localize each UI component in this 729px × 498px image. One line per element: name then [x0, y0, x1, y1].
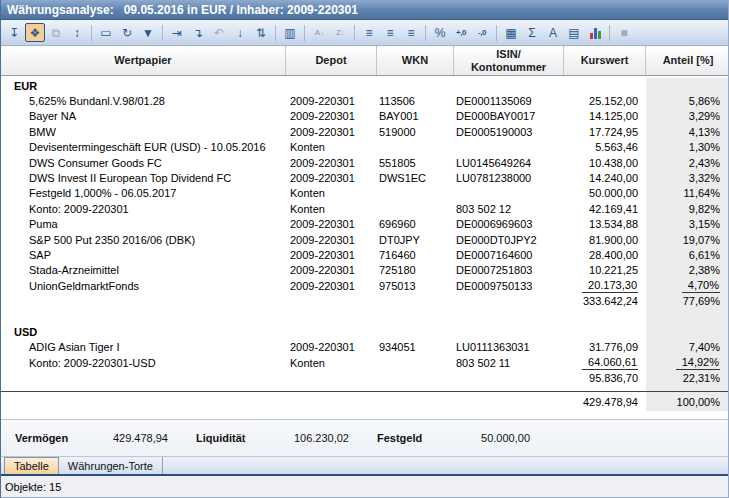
cell-depot	[286, 78, 377, 93]
tab-währungen-torte[interactable]: Währungen-Torte	[59, 457, 163, 474]
table-row[interactable]: Konto: 2009-220301-USDKonten803 502 1164…	[1, 355, 728, 370]
view-tabbar: TabelleWährungen-Torte	[1, 456, 728, 476]
table-body: EUR5,625% Bundanl.V.98/01.282009-2203011…	[1, 76, 728, 419]
drill-down-icon[interactable]: ↓	[230, 23, 250, 42]
column-header[interactable]: ISIN/ Kontonummer	[454, 46, 564, 75]
cell-wkn	[377, 140, 454, 155]
filter-icon[interactable]: ▼	[138, 23, 158, 42]
toolbar-separator	[275, 25, 276, 41]
cell-kw: 13.534,88	[564, 217, 646, 232]
cell-kw: 31.776,09	[564, 340, 646, 355]
decrease-decimal-icon[interactable]: -,0	[472, 23, 492, 42]
cell-wp: UnionGeldmarktFonds	[1, 278, 286, 293]
tab-tabelle[interactable]: Tabelle	[4, 457, 59, 474]
toolbar-separator	[91, 25, 92, 41]
cell-kw: 17.724,95	[564, 124, 646, 139]
cell-depot	[286, 324, 377, 339]
column-down-icon[interactable]: ↴	[188, 23, 208, 42]
increase-decimal-icon[interactable]: +,0	[451, 23, 471, 42]
cell-wp	[1, 392, 286, 411]
cell-depot: 2009-220301	[286, 124, 377, 139]
freeze-column-icon[interactable]: ▦	[501, 23, 521, 42]
cell-kw	[564, 386, 646, 391]
move-column-icon[interactable]: ⇅	[251, 23, 271, 42]
table-row[interactable]: 5,625% Bundanl.V.98/01.282009-2203011135…	[1, 93, 728, 108]
table-row[interactable]: Bayer NA2009-220301BAY001DE000BAY001714.…	[1, 109, 728, 124]
bold-icon[interactable]: A	[543, 23, 563, 42]
table-row[interactable]: Festgeld 1,000% - 06.05.2017Konten50.000…	[1, 186, 728, 201]
cell-wp: 5,625% Bundanl.V.98/01.28	[1, 93, 286, 108]
cell-ant: 7,40%	[646, 340, 728, 355]
table-row[interactable]: SAP2009-220301716460DE000716460028.400,0…	[1, 247, 728, 262]
column-header[interactable]: Wertpapier	[1, 46, 286, 75]
cell-ant: 3,29%	[646, 109, 728, 124]
table-row[interactable]: UnionGeldmarktFonds2009-220301975013DE00…	[1, 278, 728, 293]
sum-icon[interactable]: Σ	[522, 23, 542, 42]
cell-depot	[286, 293, 377, 308]
cell-depot: Konten	[286, 355, 377, 370]
table-row[interactable]: DWS Consumer Goods FC2009-220301551805LU…	[1, 155, 728, 170]
cell-isin: LU0111363031	[454, 340, 564, 355]
cell-kw: 20.173,30	[564, 278, 646, 293]
table-row[interactable]: Devisentermingeschäft EUR (USD) - 10.05.…	[1, 140, 728, 155]
cell-kw	[564, 309, 646, 324]
cell-depot: 2009-220301	[286, 232, 377, 247]
toolbar: ↧❖⧉↕▭↻▼⇥↴↶↓⇅▥A↓Z↓≡≡≡%+,0-,0▦ΣA▤■	[1, 20, 728, 46]
cell-wkn	[377, 355, 454, 370]
cell-kw: 28.400,00	[564, 247, 646, 262]
insert-column-icon[interactable]: ⇥	[167, 23, 187, 42]
cell-ant: 4,70%	[646, 278, 728, 293]
column-header[interactable]: WKN	[377, 46, 454, 75]
percent-icon[interactable]: %	[430, 23, 450, 42]
column-visibility-icon[interactable]: ▥	[280, 23, 300, 42]
cell-wp: Konto: 2009-220301	[1, 201, 286, 216]
table-row[interactable]: DWS Invest II European Top Dividend FC20…	[1, 170, 728, 185]
cell-kw: 50.000,00	[564, 186, 646, 201]
chart-icon[interactable]	[585, 23, 605, 42]
copy-view-icon: ⧉	[46, 23, 66, 42]
column-header[interactable]: Kurswert	[564, 46, 646, 75]
apply-layout-icon[interactable]: ↧	[4, 23, 24, 42]
cell-wkn	[377, 392, 454, 411]
cell-kw	[564, 324, 646, 339]
cell-wp	[1, 293, 286, 308]
table-row[interactable]: BMW2009-220301519000DE000519000317.724,9…	[1, 124, 728, 139]
table-row[interactable]: Puma2009-220301696960DE000696960313.534,…	[1, 217, 728, 232]
cell-kw: 429.478,94	[564, 392, 646, 411]
new-window-icon[interactable]: ▭	[96, 23, 116, 42]
refresh-icon[interactable]: ↻	[117, 23, 137, 42]
toolbar-separator	[354, 25, 355, 41]
window-titlebar[interactable]: Währungsanalyse: 09.05.2016 in EUR / Inh…	[1, 0, 728, 20]
cell-depot: 2009-220301	[286, 93, 377, 108]
cell-wp: Puma	[1, 217, 286, 232]
cell-isin	[454, 78, 564, 93]
align-left-icon[interactable]: ≡	[359, 23, 379, 42]
cell-isin: DE0007251803	[454, 263, 564, 278]
column-header[interactable]: Depot	[286, 46, 377, 75]
cell-wp	[1, 309, 286, 324]
column-header[interactable]: Anteil [%]	[646, 46, 728, 75]
cell-wp: Devisentermingeschäft EUR (USD) - 10.05.…	[1, 140, 286, 155]
status-bar: Objekte: 15	[1, 476, 728, 497]
cell-ant	[646, 324, 728, 339]
cell-ant: 22,31%	[646, 370, 728, 385]
status-object-count: Objekte: 15	[5, 481, 61, 493]
table-row[interactable]: Stada-Arzneimittel2009-220301725180DE000…	[1, 263, 728, 278]
cell-wp	[1, 386, 286, 391]
cell-depot: 2009-220301	[286, 109, 377, 124]
table-row[interactable]: S&P 500 Put 2350 2016/06 (DBK)2009-22030…	[1, 232, 728, 247]
cell-wp: USD	[1, 324, 286, 339]
column-settings-icon[interactable]: ▤	[564, 23, 584, 42]
cell-ant: 5,86%	[646, 93, 728, 108]
cell-wkn	[377, 386, 454, 391]
align-center-icon[interactable]: ≡	[380, 23, 400, 42]
cell-isin: DE000DT0JPY2	[454, 232, 564, 247]
toolbar-separator	[162, 25, 163, 41]
table-row[interactable]: ADIG Asian Tiger I2009-220301934051LU011…	[1, 340, 728, 355]
align-right-icon[interactable]: ≡	[401, 23, 421, 42]
fit-height-icon[interactable]: ↕	[67, 23, 87, 42]
cell-kw: 42.169,41	[564, 201, 646, 216]
cell-depot: Konten	[286, 186, 377, 201]
table-row[interactable]: Konto: 2009-220301Konten803 502 1242.169…	[1, 201, 728, 216]
fit-window-icon[interactable]: ❖	[25, 23, 45, 42]
